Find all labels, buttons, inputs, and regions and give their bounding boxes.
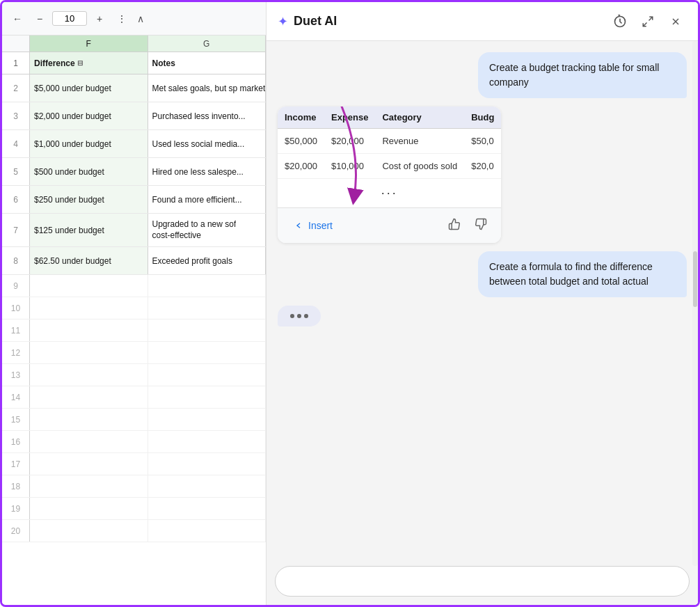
empty-row: 19 — [2, 498, 266, 520]
row-num: 4 — [2, 130, 30, 157]
diff-cell: $2,000 under budget — [30, 102, 148, 129]
empty-row: 14 — [2, 386, 266, 409]
table-cell: $20,000 — [278, 154, 324, 179]
notes-multiline: Upgraded to a new sof cost-effective — [152, 219, 237, 241]
user-message-1: Create a budget tracking table for small… — [478, 52, 687, 98]
table-cell: $50,000 — [278, 129, 324, 154]
table-col-expense: Expense — [324, 107, 375, 129]
notes-cell: Exceeded profit goals — [148, 247, 267, 274]
ai-star-icon: ✦ — [278, 14, 288, 29]
svg-line-1 — [649, 17, 653, 20]
empty-row: 12 — [2, 342, 266, 364]
table-row: 7 $125 under budget Upgraded to a new so… — [2, 214, 266, 247]
col-header-f[interactable]: F — [30, 36, 148, 52]
notes-cell: Upgraded to a new sof cost-effective — [148, 214, 267, 246]
empty-row: 9 — [2, 275, 266, 297]
col-g-header: Notes — [148, 52, 267, 74]
empty-row: 11 — [2, 320, 266, 342]
empty-row: 13 — [2, 364, 266, 386]
table-cell: Cost of goods sold — [375, 154, 464, 179]
table-col-budget: Budg — [464, 107, 501, 129]
diff-cell: $250 under budget — [30, 186, 148, 213]
ai-title: Duet AI — [294, 14, 603, 29]
table-col-income: Income — [278, 107, 324, 129]
table-row: 4 $1,000 under budget Used less social m… — [2, 130, 266, 158]
table-row: 2 $5,000 under budget Met sales goals, b… — [2, 74, 266, 102]
table-cell: $20,000 — [324, 129, 375, 154]
diff-cell: $500 under budget — [30, 158, 148, 185]
table-more-dots: ··· — [278, 179, 501, 208]
undo-button[interactable]: ← — [8, 9, 27, 29]
row-num-1: 1 — [2, 52, 30, 74]
diff-cell: $62.50 under budget — [30, 247, 148, 274]
data-rows: 2 $5,000 under budget Met sales goals, b… — [2, 74, 266, 605]
toolbar: ← − 10 + ⋮ ∧ — [2, 2, 266, 36]
loading-dot-2 — [297, 314, 301, 318]
more-options-button[interactable]: ⋮ — [112, 9, 132, 29]
scroll-thumb — [693, 251, 697, 307]
plus-button[interactable]: + — [90, 9, 109, 29]
row-num: 3 — [2, 102, 30, 129]
thumbup-button[interactable] — [444, 215, 465, 236]
table-row: 5 $500 under budget Hired one less sales… — [2, 158, 266, 186]
table-row: 3 $2,000 under budget Purchased less inv… — [2, 102, 266, 130]
row-num: 6 — [2, 186, 30, 213]
ai-chat-area: Create a budget tracking table for small… — [267, 41, 698, 559]
table-row-dots: ··· — [278, 179, 501, 208]
ai-response-actions: Insert — [278, 207, 501, 243]
ai-panel: ✦ Duet AI Create — [267, 2, 698, 605]
ai-close-button[interactable] — [665, 10, 687, 33]
loading-dot-3 — [304, 314, 308, 318]
empty-row: 10 — [2, 297, 266, 320]
col-header-row: F G — [2, 36, 266, 52]
row-num: 2 — [2, 74, 30, 102]
empty-row: 20 — [2, 520, 266, 542]
table-row: $20,000 $10,000 Cost of goods sold $20,0 — [278, 154, 501, 179]
notes-cell: Met sales goals, but sp marketing than e… — [148, 74, 267, 102]
table-cell: Revenue — [375, 129, 464, 154]
empty-row: 18 — [2, 475, 266, 498]
table-col-category: Category — [375, 107, 464, 129]
table-row: $50,000 $20,000 Revenue $50,0 — [278, 129, 501, 154]
empty-row: 16 — [2, 431, 266, 453]
table-header-row: 1 Difference ⊟ Notes — [2, 52, 266, 74]
insert-button[interactable]: Insert — [287, 217, 338, 234]
ai-history-button[interactable] — [609, 10, 631, 33]
chevron-up-icon: ∧ — [137, 13, 144, 24]
empty-row: 17 — [2, 453, 266, 475]
svg-line-2 — [643, 22, 646, 26]
table-cell: $50,0 — [464, 129, 501, 154]
diff-cell: $5,000 under budget — [30, 74, 148, 102]
filter-icon[interactable]: ⊟ — [77, 59, 83, 67]
table-cell: $20,0 — [464, 154, 501, 179]
loading-dot-1 — [290, 314, 294, 318]
notes-cell: Found a more efficient... — [148, 186, 267, 213]
ai-input-box — [275, 566, 690, 597]
empty-row: 15 — [2, 409, 266, 431]
diff-cell: $125 under budget — [30, 214, 148, 246]
row-num-header — [2, 36, 30, 52]
notes-cell: Hired one less salespe... — [148, 158, 267, 185]
scroll-track[interactable] — [692, 41, 698, 566]
row-num: 8 — [2, 247, 30, 274]
diff-cell: $1,000 under budget — [30, 130, 148, 157]
table-cell: $10,000 — [324, 154, 375, 179]
ai-expand-button[interactable] — [637, 10, 659, 33]
row-num: 7 — [2, 214, 30, 246]
ai-header: ✦ Duet AI — [267, 2, 698, 41]
ai-input-area — [267, 559, 698, 605]
cell-ref-box[interactable]: 10 — [52, 11, 87, 26]
notes-cell: Used less social media... — [148, 130, 267, 157]
user-message-2: Create a formula to find the difference … — [478, 251, 687, 297]
col-header-g[interactable]: G — [148, 36, 267, 52]
ai-text-input[interactable] — [287, 576, 678, 587]
col-f-header: Difference ⊟ — [30, 52, 148, 74]
row-num: 5 — [2, 158, 30, 185]
table-row: 8 $62.50 under budget Exceeded profit go… — [2, 247, 266, 275]
thumbdown-button[interactable] — [470, 215, 491, 236]
minus-button[interactable]: − — [30, 9, 49, 29]
ai-response-card-1: Income Expense Category Budg $50,000 $20… — [278, 107, 501, 243]
spreadsheet-panel: ← − 10 + ⋮ ∧ F G 1 Difference ⊟ Notes 2 … — [2, 2, 267, 605]
table-row: 6 $250 under budget Found a more efficie… — [2, 186, 266, 214]
ai-table-preview: Income Expense Category Budg $50,000 $20… — [278, 107, 501, 207]
